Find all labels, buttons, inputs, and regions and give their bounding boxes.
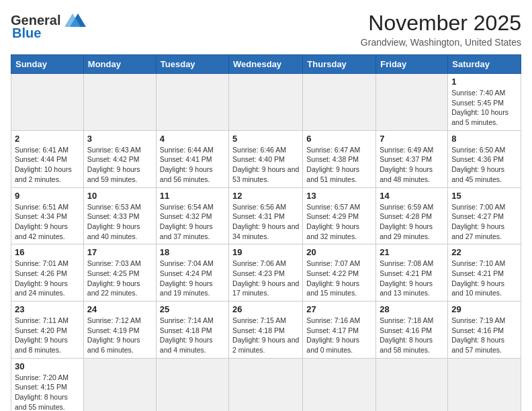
- day-info: Sunrise: 6:44 AM Sunset: 4:41 PM Dayligh…: [160, 145, 225, 185]
- day-info: Sunrise: 6:59 AM Sunset: 4:28 PM Dayligh…: [380, 202, 444, 242]
- day-info: Sunrise: 7:11 AM Sunset: 4:20 PM Dayligh…: [15, 316, 80, 355]
- calendar-cell: 4Sunrise: 6:44 AM Sunset: 4:41 PM Daylig…: [156, 130, 228, 187]
- day-number: 26: [232, 304, 299, 314]
- calendar-cell: 6Sunrise: 6:47 AM Sunset: 4:38 PM Daylig…: [303, 130, 376, 187]
- day-number: 24: [87, 304, 152, 314]
- calendar-cell: 30Sunrise: 7:20 AM Sunset: 4:15 PM Dayli…: [11, 358, 84, 411]
- day-number: 18: [160, 247, 225, 257]
- calendar-cell: 18Sunrise: 7:04 AM Sunset: 4:24 PM Dayli…: [156, 244, 228, 302]
- calendar-cell: 7Sunrise: 6:49 AM Sunset: 4:37 PM Daylig…: [376, 130, 448, 187]
- calendar-cell: [448, 358, 521, 411]
- day-number: 22: [451, 247, 517, 257]
- day-info: Sunrise: 7:12 AM Sunset: 4:19 PM Dayligh…: [87, 316, 152, 355]
- day-info: Sunrise: 6:51 AM Sunset: 4:34 PM Dayligh…: [15, 202, 80, 242]
- logo-blue: Blue: [12, 26, 41, 41]
- calendar-cell: 10Sunrise: 6:53 AM Sunset: 4:33 PM Dayli…: [83, 187, 156, 244]
- calendar-week-row: 23Sunrise: 7:11 AM Sunset: 4:20 PM Dayli…: [11, 302, 521, 359]
- calendar-week-row: 9Sunrise: 6:51 AM Sunset: 4:34 PM Daylig…: [11, 187, 521, 244]
- calendar-cell: [11, 74, 84, 131]
- day-number: 2: [15, 134, 80, 144]
- column-header-sunday: Sunday: [11, 55, 84, 74]
- day-number: 21: [380, 247, 444, 257]
- day-info: Sunrise: 6:54 AM Sunset: 4:32 PM Dayligh…: [160, 202, 225, 242]
- calendar-cell: 27Sunrise: 7:16 AM Sunset: 4:17 PM Dayli…: [303, 302, 376, 359]
- day-info: Sunrise: 7:00 AM Sunset: 4:27 PM Dayligh…: [451, 202, 517, 242]
- day-number: 15: [451, 191, 517, 201]
- calendar-cell: [156, 74, 228, 131]
- calendar-cell: [229, 358, 303, 411]
- day-number: 3: [87, 134, 152, 144]
- column-header-tuesday: Tuesday: [156, 55, 228, 74]
- day-number: 16: [15, 247, 80, 257]
- calendar-cell: 24Sunrise: 7:12 AM Sunset: 4:19 PM Dayli…: [83, 302, 156, 359]
- day-info: Sunrise: 7:01 AM Sunset: 4:26 PM Dayligh…: [15, 259, 80, 298]
- calendar-cell: 26Sunrise: 7:15 AM Sunset: 4:18 PM Dayli…: [229, 302, 303, 359]
- calendar-cell: [229, 74, 303, 131]
- calendar-week-row: 2Sunrise: 6:41 AM Sunset: 4:44 PM Daylig…: [11, 130, 521, 187]
- column-header-saturday: Saturday: [448, 55, 521, 74]
- day-number: 14: [380, 191, 444, 201]
- day-info: Sunrise: 7:07 AM Sunset: 4:22 PM Dayligh…: [306, 259, 372, 298]
- day-number: 27: [306, 304, 372, 314]
- day-number: 19: [232, 247, 299, 257]
- month-title: November 2025: [361, 11, 521, 36]
- calendar-cell: 15Sunrise: 7:00 AM Sunset: 4:27 PM Dayli…: [448, 187, 521, 244]
- calendar-week-row: 1Sunrise: 7:40 AM Sunset: 5:45 PM Daylig…: [11, 74, 521, 131]
- day-info: Sunrise: 7:15 AM Sunset: 4:18 PM Dayligh…: [232, 316, 299, 355]
- column-header-wednesday: Wednesday: [229, 55, 303, 74]
- day-number: 9: [15, 191, 80, 201]
- logo: General Blue: [11, 11, 89, 41]
- day-info: Sunrise: 6:53 AM Sunset: 4:33 PM Dayligh…: [87, 202, 152, 242]
- day-info: Sunrise: 7:03 AM Sunset: 4:25 PM Dayligh…: [87, 259, 152, 298]
- day-number: 5: [232, 134, 299, 144]
- day-info: Sunrise: 6:49 AM Sunset: 4:37 PM Dayligh…: [380, 145, 444, 185]
- calendar-cell: [83, 358, 156, 411]
- calendar-cell: 29Sunrise: 7:19 AM Sunset: 4:16 PM Dayli…: [448, 302, 521, 359]
- day-number: 7: [380, 134, 444, 144]
- calendar-cell: 17Sunrise: 7:03 AM Sunset: 4:25 PM Dayli…: [83, 244, 156, 302]
- calendar-cell: 16Sunrise: 7:01 AM Sunset: 4:26 PM Dayli…: [11, 244, 84, 302]
- day-number: 8: [451, 134, 517, 144]
- day-info: Sunrise: 7:14 AM Sunset: 4:18 PM Dayligh…: [160, 316, 225, 355]
- calendar-cell: 21Sunrise: 7:08 AM Sunset: 4:21 PM Dayli…: [376, 244, 448, 302]
- calendar-table: SundayMondayTuesdayWednesdayThursdayFrid…: [11, 54, 521, 411]
- calendar-week-row: 30Sunrise: 7:20 AM Sunset: 4:15 PM Dayli…: [11, 358, 521, 411]
- day-info: Sunrise: 7:10 AM Sunset: 4:21 PM Dayligh…: [451, 259, 517, 298]
- calendar-cell: 9Sunrise: 6:51 AM Sunset: 4:34 PM Daylig…: [11, 187, 84, 244]
- calendar-cell: [376, 358, 448, 411]
- title-area: November 2025 Grandview, Washington, Uni…: [361, 11, 521, 48]
- day-number: 23: [15, 304, 80, 314]
- day-number: 28: [380, 304, 444, 314]
- day-number: 25: [160, 304, 225, 314]
- calendar-cell: [83, 74, 156, 131]
- day-info: Sunrise: 7:20 AM Sunset: 4:15 PM Dayligh…: [15, 373, 80, 411]
- day-info: Sunrise: 6:57 AM Sunset: 4:29 PM Dayligh…: [306, 202, 372, 242]
- calendar-cell: 23Sunrise: 7:11 AM Sunset: 4:20 PM Dayli…: [11, 302, 84, 359]
- day-info: Sunrise: 6:50 AM Sunset: 4:36 PM Dayligh…: [451, 145, 517, 185]
- calendar-cell: 5Sunrise: 6:46 AM Sunset: 4:40 PM Daylig…: [229, 130, 303, 187]
- day-number: 12: [232, 191, 299, 201]
- calendar-cell: [303, 358, 376, 411]
- day-number: 10: [87, 191, 152, 201]
- day-number: 20: [306, 247, 372, 257]
- column-header-thursday: Thursday: [303, 55, 376, 74]
- day-info: Sunrise: 6:43 AM Sunset: 4:42 PM Dayligh…: [87, 145, 152, 185]
- day-number: 6: [306, 134, 372, 144]
- calendar-cell: [303, 74, 376, 131]
- day-number: 13: [306, 191, 372, 201]
- day-number: 17: [87, 247, 152, 257]
- calendar-cell: 14Sunrise: 6:59 AM Sunset: 4:28 PM Dayli…: [376, 187, 448, 244]
- location: Grandview, Washington, United States: [361, 37, 521, 48]
- day-info: Sunrise: 6:56 AM Sunset: 4:31 PM Dayligh…: [232, 202, 299, 242]
- column-header-friday: Friday: [376, 55, 448, 74]
- page-header: General Blue November 2025 Grandview, Wa…: [11, 11, 521, 48]
- day-info: Sunrise: 6:46 AM Sunset: 4:40 PM Dayligh…: [232, 145, 299, 185]
- calendar-cell: [156, 358, 228, 411]
- day-number: 1: [451, 77, 517, 87]
- calendar-cell: [376, 74, 448, 131]
- day-number: 11: [160, 191, 225, 201]
- calendar-cell: 19Sunrise: 7:06 AM Sunset: 4:23 PM Dayli…: [229, 244, 303, 302]
- day-info: Sunrise: 6:41 AM Sunset: 4:44 PM Dayligh…: [15, 145, 80, 185]
- calendar-cell: 13Sunrise: 6:57 AM Sunset: 4:29 PM Dayli…: [303, 187, 376, 244]
- day-info: Sunrise: 7:06 AM Sunset: 4:23 PM Dayligh…: [232, 259, 299, 298]
